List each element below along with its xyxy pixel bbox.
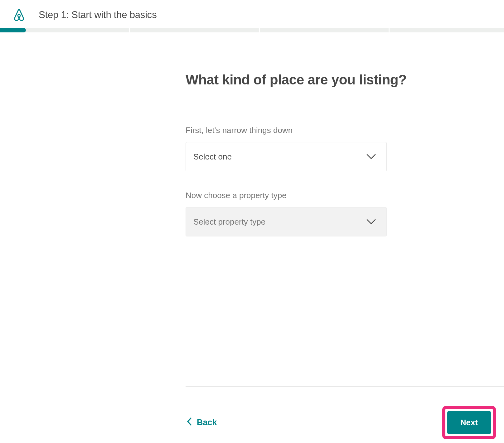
page-heading: What kind of place are you listing?: [186, 71, 504, 88]
progress-segment-1: [0, 28, 129, 32]
header: Step 1: Start with the basics: [0, 0, 504, 28]
progress-bar: [0, 28, 504, 32]
select-wrapper-property: Select property type: [186, 207, 387, 236]
chevron-down-icon: [366, 219, 376, 225]
footer-divider: [186, 386, 504, 387]
chevron-left-icon: [187, 417, 192, 428]
main-content: What kind of place are you listing? Firs…: [0, 32, 504, 236]
progress-segment-2: [130, 28, 259, 32]
select-property-type[interactable]: Select property type: [186, 207, 387, 236]
select-property-value: Select property type: [193, 217, 265, 227]
progress-fill: [0, 28, 26, 32]
chevron-down-icon: [366, 154, 376, 160]
next-button[interactable]: Next: [447, 411, 491, 434]
back-label: Back: [197, 418, 217, 427]
step-title: Step 1: Start with the basics: [39, 9, 157, 21]
next-highlight-box: Next: [442, 406, 496, 439]
airbnb-logo-icon[interactable]: [12, 7, 26, 22]
progress-segment-4: [390, 28, 504, 32]
select-narrow-down[interactable]: Select one: [186, 142, 387, 171]
field-label-property: Now choose a property type: [186, 191, 504, 200]
progress-segment-3: [260, 28, 389, 32]
footer-controls: Back Next: [186, 406, 504, 439]
field-label-narrow: First, let's narrow things down: [186, 126, 504, 135]
back-button[interactable]: Back: [186, 417, 217, 428]
select-wrapper-narrow: Select one: [186, 142, 387, 171]
select-narrow-value: Select one: [193, 152, 232, 162]
footer: Back Next: [186, 386, 504, 443]
